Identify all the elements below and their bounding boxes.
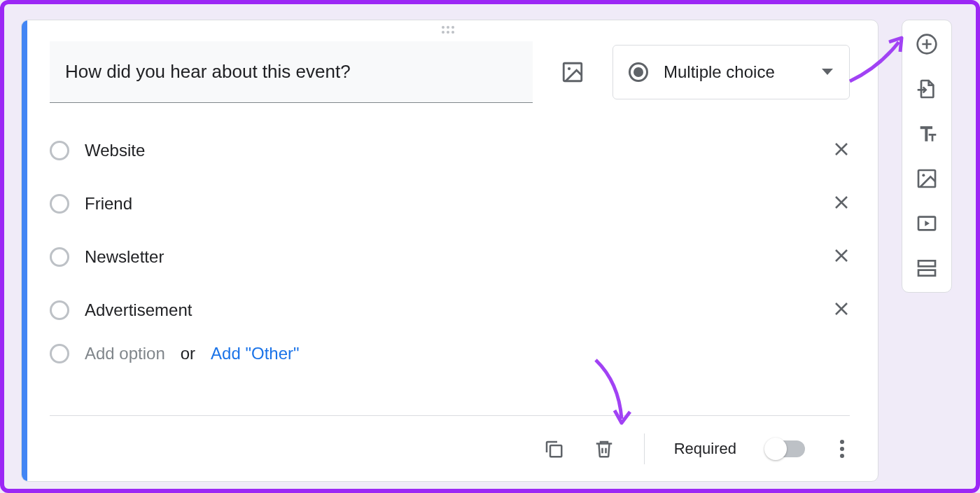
radio-outline-icon	[50, 300, 69, 320]
delete-button[interactable]	[594, 438, 615, 460]
option-row: Website	[50, 131, 850, 170]
add-image-button[interactable]	[916, 167, 938, 190]
close-icon	[833, 141, 850, 158]
divider	[644, 433, 645, 464]
kebab-dot-icon	[840, 447, 844, 451]
kebab-dot-icon	[840, 454, 844, 458]
radio-outline-icon	[50, 247, 69, 267]
close-icon	[833, 194, 850, 211]
question-header-row: Multiple choice	[50, 41, 850, 103]
remove-option-button[interactable]	[833, 194, 850, 214]
remove-option-button[interactable]	[833, 300, 850, 321]
add-question-button[interactable]	[916, 33, 938, 55]
section-icon	[916, 257, 938, 279]
drag-handle-icon[interactable]	[442, 26, 458, 34]
option-label-input[interactable]: Newsletter	[85, 247, 818, 267]
add-other-button[interactable]: Add "Other"	[211, 344, 299, 363]
question-footer: Required	[50, 415, 850, 481]
floating-toolbar	[902, 20, 952, 293]
svg-point-1	[568, 67, 570, 70]
add-title-button[interactable]	[916, 123, 938, 145]
import-icon	[916, 78, 938, 100]
option-row: Advertisement	[50, 291, 850, 330]
chevron-down-icon	[821, 68, 834, 76]
duplicate-button[interactable]	[543, 438, 564, 459]
or-text: or	[181, 344, 195, 363]
required-toggle[interactable]	[766, 440, 805, 457]
video-icon	[916, 212, 938, 235]
close-icon	[833, 247, 850, 264]
add-option-placeholder[interactable]: Add option	[85, 344, 165, 363]
svg-rect-2	[550, 445, 561, 457]
question-title-input[interactable]	[50, 41, 533, 103]
radio-outline-icon	[50, 141, 69, 160]
option-label-input[interactable]: Advertisement	[85, 300, 818, 320]
question-card: Multiple choice Website Friend	[21, 20, 878, 482]
app-frame: Multiple choice Website Friend	[0, 0, 980, 493]
add-video-button[interactable]	[916, 212, 938, 235]
option-label-input[interactable]: Friend	[85, 194, 818, 214]
remove-option-button[interactable]	[833, 141, 850, 161]
card-body: Multiple choice Website Friend	[22, 20, 878, 363]
radio-outline-icon	[50, 194, 69, 214]
import-questions-button[interactable]	[916, 78, 938, 100]
copy-icon	[543, 438, 564, 459]
option-row: Newsletter	[50, 237, 850, 277]
kebab-dot-icon	[840, 440, 844, 444]
more-options-button[interactable]	[834, 434, 850, 464]
image-icon	[916, 167, 938, 190]
question-type-dropdown[interactable]: Multiple choice	[612, 45, 850, 99]
selection-accent	[22, 20, 27, 481]
svg-point-5	[922, 174, 925, 176]
text-icon	[916, 123, 938, 145]
question-type-label: Multiple choice	[664, 62, 806, 82]
option-label-input[interactable]: Website	[85, 141, 818, 160]
radio-icon	[629, 62, 648, 82]
radio-outline-icon	[50, 344, 69, 363]
svg-rect-8	[918, 270, 935, 276]
add-option-row: Add option or Add "Other"	[50, 344, 850, 363]
options-list: Website Friend Newsletter	[50, 131, 850, 363]
plus-circle-icon	[916, 33, 938, 55]
close-icon	[833, 300, 850, 317]
image-icon	[561, 60, 584, 84]
add-section-button[interactable]	[916, 257, 938, 279]
svg-rect-7	[918, 261, 935, 266]
add-image-to-question-button[interactable]	[561, 60, 584, 84]
option-row: Friend	[50, 184, 850, 223]
required-label: Required	[674, 440, 736, 458]
remove-option-button[interactable]	[833, 247, 850, 268]
trash-icon	[594, 438, 615, 460]
